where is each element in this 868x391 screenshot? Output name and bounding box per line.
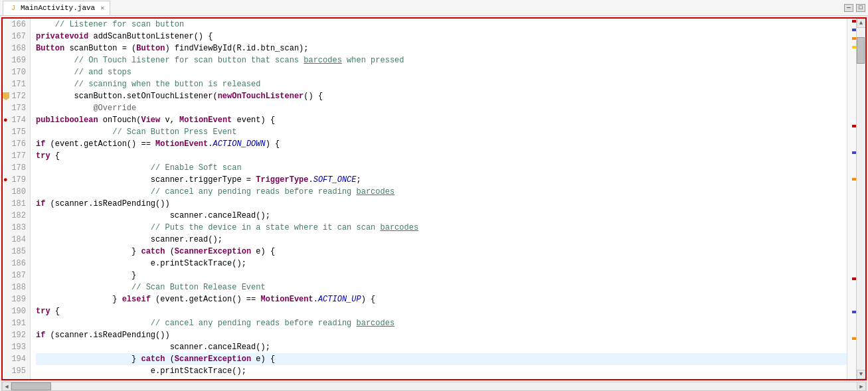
- line-number: 177: [3, 150, 30, 162]
- line-number: 189: [3, 293, 30, 305]
- line-numbers-gutter: 1661671681691701711721731741751761771781…: [3, 19, 31, 379]
- line-number: 187: [3, 270, 30, 281]
- comment-text: // cancel any pending reads before readi…: [36, 317, 394, 329]
- code-line: // Enable Soft scan: [36, 162, 847, 174]
- vertical-scrollbar[interactable]: ▲ ▼: [856, 19, 865, 379]
- comment-text: // cancel any pending reads before readi…: [36, 186, 394, 198]
- code-line: } catch (ScannerException e) {: [36, 246, 847, 258]
- line-number: 190: [3, 305, 30, 317]
- line-number: 173: [3, 102, 30, 114]
- title-bar: J MainActivity.java ✕ — □: [0, 0, 868, 16]
- java-file-icon: J: [9, 3, 18, 13]
- line-number: 178: [3, 162, 30, 174]
- h-scrollbar-track[interactable]: [11, 382, 857, 390]
- comment-text: // Scan Button Press Event: [36, 126, 236, 138]
- line-number: 166: [3, 19, 30, 31]
- scroll-down-arrow[interactable]: ▼: [857, 370, 866, 379]
- comment-text: // and stops: [36, 66, 131, 78]
- code-line: scanner.cancelRead();: [36, 341, 847, 353]
- code-line: }: [36, 270, 847, 281]
- scrollbar-track[interactable]: [857, 28, 865, 370]
- code-line: // Scan Button Release Event: [36, 281, 847, 293]
- code-line: scanner.cancelRead();: [36, 210, 847, 222]
- minimap-bookmark-marker: [852, 46, 856, 48]
- code-line: }: [36, 377, 847, 379]
- code-line: @Override: [36, 102, 847, 114]
- code-line: try {: [36, 150, 847, 162]
- line-number: 176: [3, 138, 30, 150]
- line-number: 193: [3, 341, 30, 353]
- comment-text: // Listener for scan button: [36, 19, 189, 31]
- tab-filename: MainActivity.java: [21, 4, 95, 12]
- code-area[interactable]: // Listener for scan button private void…: [31, 19, 847, 379]
- minimap-warning-marker: [852, 37, 856, 40]
- scroll-right-arrow[interactable]: ▶: [857, 382, 866, 391]
- minimap-error-marker-3: [852, 277, 856, 280]
- horizontal-scrollbar[interactable]: ◀ ▶: [1, 382, 867, 391]
- line-number: 185: [3, 246, 30, 258]
- line-number: 181: [3, 198, 30, 210]
- code-line: e.printStackTrace();: [36, 365, 847, 377]
- minimap-error-marker: [852, 20, 856, 23]
- tab-close-button[interactable]: ✕: [100, 4, 104, 12]
- code-line: scanner.triggerType = TriggerType.SOFT_O…: [36, 174, 847, 186]
- line-number: 194: [3, 353, 30, 365]
- line-number: 188: [3, 281, 30, 293]
- code-line: private void addScanButtonListener() {: [36, 31, 847, 42]
- editor-body: 1661671681691701711721731741751761771781…: [3, 19, 847, 379]
- line-number: 192: [3, 329, 30, 341]
- minimap: [847, 19, 856, 379]
- line-number: 183: [3, 222, 30, 234]
- code-line: // cancel any pending reads before readi…: [36, 186, 847, 198]
- minimap-info-marker: [852, 29, 856, 31]
- comment-text: // Puts the device in a state where it c…: [36, 222, 418, 234]
- code-line: Button scanButton = (Button) findViewByI…: [36, 42, 847, 54]
- code-line: try {: [36, 305, 847, 317]
- line-number: 171: [3, 78, 30, 90]
- line-number: 184: [3, 234, 30, 246]
- code-line: if (scanner.isReadPending()): [36, 198, 847, 210]
- line-number: 175: [3, 126, 30, 138]
- scroll-up-arrow[interactable]: ▲: [857, 19, 866, 28]
- code-line: if (event.getAction() == MotionEvent.ACT…: [36, 138, 847, 150]
- line-number: 180: [3, 186, 30, 198]
- line-number: 170: [3, 66, 30, 78]
- code-line: e.printStackTrace();: [36, 258, 847, 270]
- code-line: if (scanner.isReadPending()): [36, 329, 847, 341]
- editor-main: 1661671681691701711721731741751761771781…: [1, 17, 867, 380]
- comment-text: // scanning when the button is released: [36, 78, 260, 90]
- comment-text: // Scan Button Release Event: [36, 281, 266, 293]
- comment-text: // On Touch listener for scan button tha…: [36, 54, 404, 66]
- minimap-warning-marker-3: [852, 337, 856, 340]
- code-line: // and stops: [36, 66, 847, 78]
- window-controls: — □: [844, 4, 865, 12]
- restore-button[interactable]: □: [856, 4, 865, 12]
- h-scrollbar-thumb[interactable]: [11, 382, 51, 390]
- code-line: scanButton.setOnTouchListener(new OnTouc…: [36, 90, 847, 102]
- line-number: 174: [3, 114, 30, 126]
- code-line: } catch (ScannerException e) {: [36, 353, 847, 365]
- line-number: 195: [3, 365, 30, 377]
- scroll-left-arrow[interactable]: ◀: [2, 382, 11, 391]
- minimize-button[interactable]: —: [844, 4, 853, 12]
- file-tab[interactable]: J MainActivity.java ✕: [3, 1, 110, 15]
- code-line: // Scan Button Press Event: [36, 126, 847, 138]
- line-number: 196: [3, 377, 30, 379]
- code-line: // cancel any pending reads before readi…: [36, 317, 847, 329]
- minimap-error-marker-2: [852, 125, 856, 127]
- line-number: 172: [3, 90, 30, 102]
- code-line: // On Touch listener for scan button tha…: [36, 54, 847, 66]
- minimap-info-marker-3: [852, 311, 856, 313]
- line-number: 169: [3, 54, 30, 66]
- line-number: 186: [3, 258, 30, 270]
- code-line: public boolean onTouch(View v, MotionEve…: [36, 114, 847, 126]
- line-number: 179: [3, 174, 30, 186]
- line-number: 182: [3, 210, 30, 222]
- scrollbar-thumb[interactable]: [857, 37, 865, 64]
- minimap-warning-marker-2: [852, 178, 856, 181]
- annotation-text: @Override: [36, 102, 136, 114]
- comment-text: // Enable Soft scan: [36, 162, 242, 174]
- minimap-info-marker-2: [852, 151, 856, 154]
- code-line: // Listener for scan button: [36, 19, 847, 31]
- code-line: // Puts the device in a state where it c…: [36, 222, 847, 234]
